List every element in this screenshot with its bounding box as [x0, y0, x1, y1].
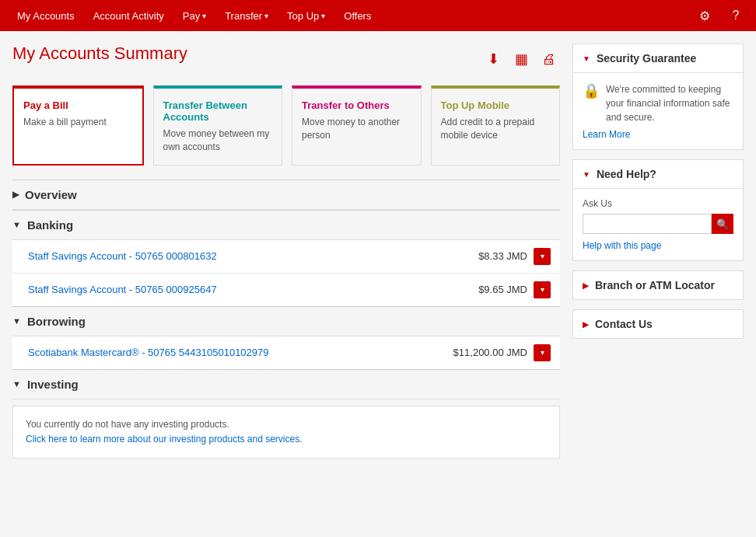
help-ask-label: Ask Us [583, 198, 733, 209]
download-icon[interactable]: ⬇ [482, 48, 504, 70]
account-balance-borrowing-1: $11,200.00 JMD [453, 347, 527, 358]
account-link-banking-1[interactable]: Staff Savings Account - 50765 000801632 [28, 250, 478, 262]
chevron-down-icon: ▾ [264, 12, 268, 20]
help-page-link[interactable]: Help with this page [583, 240, 733, 251]
security-widget-header[interactable]: Security Guarantee [573, 44, 743, 73]
contact-header-label: Contact Us [595, 318, 653, 330]
account-dropdown-btn-borrowing-1[interactable]: ▾ [534, 344, 551, 361]
help-widget-header[interactable]: Need Help? [573, 160, 743, 189]
help-search-input[interactable] [583, 214, 712, 234]
section-label-banking: Banking [27, 218, 73, 232]
investing-empty-text: You currently do not have any investing … [26, 419, 229, 430]
chevron-down-icon: ▾ [202, 12, 206, 20]
account-balance-banking-2: $9.65 JMD [478, 284, 527, 295]
action-card-transfer-others[interactable]: Transfer to Others Move money to another… [292, 85, 422, 166]
arrow-icon-security [583, 54, 590, 63]
branch-widget-header[interactable]: Branch or ATM Locator [573, 271, 743, 299]
account-dropdown-btn-banking-2[interactable]: ▾ [534, 281, 551, 298]
arrow-icon-branch [583, 281, 589, 290]
title-actions: ⬇ ▦ 🖨 [482, 48, 560, 70]
account-row-banking-2: Staff Savings Account - 50765 000925647 … [12, 274, 560, 306]
section-label-investing: Investing [27, 378, 79, 391]
card-title-pay-bill: Pay a Bill [23, 99, 133, 111]
search-icon: 🔍 [716, 218, 729, 230]
action-cards-row: Pay a Bill Make a bill payment Transfer … [12, 85, 560, 166]
help-widget-body: Ask Us 🔍 Help with this page [573, 189, 743, 260]
security-widget: Security Guarantee 🔒 We're committed to … [572, 44, 744, 150]
security-widget-body: 🔒 We're committed to keeping your financ… [573, 73, 743, 149]
card-desc-pay-bill: Make a bill payment [23, 116, 133, 129]
section-header-banking[interactable]: Banking [12, 211, 560, 240]
card-desc-transfer-others: Move money to another person [302, 116, 411, 142]
account-balance-banking-1: $8.33 JMD [478, 250, 527, 262]
nav-item-pay[interactable]: Pay ▾ [173, 0, 215, 31]
help-icon[interactable]: ? [723, 3, 748, 28]
banking-body: Staff Savings Account - 50765 000801632 … [12, 240, 560, 306]
arrow-icon-overview [12, 190, 19, 200]
borrowing-body: Scotiabank Mastercard® - 50765 544310501… [12, 336, 560, 369]
nav-icons: ⚙ ? [692, 3, 748, 28]
contact-widget-header[interactable]: Contact Us [573, 310, 743, 338]
contact-widget: Contact Us [572, 309, 744, 339]
arrow-icon-contact [583, 320, 589, 329]
help-header-label: Need Help? [597, 168, 656, 180]
title-row: My Accounts Summary ⬇ ▦ 🖨 [12, 44, 560, 75]
help-widget: Need Help? Ask Us 🔍 Help with this page [572, 159, 744, 261]
card-title-transfer-others: Transfer to Others [302, 99, 411, 111]
main-container: My Accounts Summary ⬇ ▦ 🖨 Pay a Bill Mak… [0, 31, 756, 477]
investing-learn-more-link[interactable]: Click here to learn more about our inves… [26, 434, 303, 445]
action-card-transfer-between[interactable]: Transfer Between Accounts Move money bet… [153, 85, 283, 166]
action-card-pay-bill[interactable]: Pay a Bill Make a bill payment [12, 85, 144, 166]
nav-item-transfer[interactable]: Transfer ▾ [215, 0, 278, 31]
account-row-borrowing-1: Scotiabank Mastercard® - 50765 544310501… [12, 336, 560, 369]
account-link-borrowing-1[interactable]: Scotiabank Mastercard® - 50765 544310501… [28, 347, 453, 358]
nav-item-top-up[interactable]: Top Up ▾ [278, 0, 334, 31]
arrow-icon-help [583, 170, 590, 179]
arrow-icon-borrowing [12, 316, 21, 326]
section-header-overview[interactable]: Overview [12, 180, 560, 210]
account-dropdown-btn-banking-1[interactable]: ▾ [534, 248, 551, 265]
lock-icon: 🔒 [583, 82, 600, 99]
section-investing: Investing You currently do not have any … [12, 369, 560, 459]
branch-header-label: Branch or ATM Locator [595, 279, 715, 291]
nav-item-account-activity[interactable]: Account Activity [84, 0, 173, 31]
branch-widget: Branch or ATM Locator [572, 270, 744, 300]
nav-item-offers[interactable]: Offers [334, 0, 380, 31]
section-banking: Banking Staff Savings Account - 50765 00… [12, 210, 560, 306]
action-card-top-up-mobile[interactable]: Top Up Mobile Add credit to a prepaid mo… [431, 85, 561, 166]
print-icon[interactable]: 🖨 [538, 48, 560, 70]
account-link-banking-2[interactable]: Staff Savings Account - 50765 000925647 [28, 284, 478, 295]
section-label-borrowing: Borrowing [27, 315, 86, 328]
investing-body: You currently do not have any investing … [12, 406, 560, 459]
card-desc-transfer-between: Move money between my own accounts [163, 127, 273, 154]
help-search-button[interactable]: 🔍 [712, 214, 733, 234]
grid-icon[interactable]: ▦ [510, 48, 532, 70]
security-learn-more-link[interactable]: Learn More [583, 129, 733, 140]
page-title: My Accounts Summary [12, 44, 482, 64]
section-header-investing[interactable]: Investing [12, 370, 560, 399]
section-header-borrowing[interactable]: Borrowing [12, 307, 560, 336]
help-input-row: 🔍 [583, 214, 733, 234]
card-desc-top-up-mobile: Add credit to a prepaid mobile device [441, 116, 551, 142]
section-borrowing: Borrowing Scotiabank Mastercard® - 50765… [12, 306, 560, 369]
nav-bar: My Accounts Account Activity Pay ▾ Trans… [0, 0, 756, 31]
arrow-icon-banking [12, 220, 21, 229]
card-title-transfer-between: Transfer Between Accounts [163, 99, 273, 123]
arrow-icon-investing [12, 379, 21, 389]
investing-empty: You currently do not have any investing … [12, 406, 560, 459]
chevron-down-icon: ▾ [321, 12, 325, 20]
security-header-label: Security Guarantee [597, 52, 696, 65]
section-overview: Overview [12, 180, 560, 210]
account-row-banking-1: Staff Savings Account - 50765 000801632 … [12, 240, 560, 274]
settings-icon[interactable]: ⚙ [692, 3, 717, 28]
card-title-top-up-mobile: Top Up Mobile [441, 99, 551, 111]
nav-item-my-accounts[interactable]: My Accounts [8, 0, 84, 31]
sidebar: Security Guarantee 🔒 We're committed to … [572, 44, 744, 465]
security-text: We're committed to keeping your financia… [606, 82, 733, 124]
section-label-overview: Overview [25, 188, 77, 201]
content-area: My Accounts Summary ⬇ ▦ 🖨 Pay a Bill Mak… [12, 44, 560, 465]
